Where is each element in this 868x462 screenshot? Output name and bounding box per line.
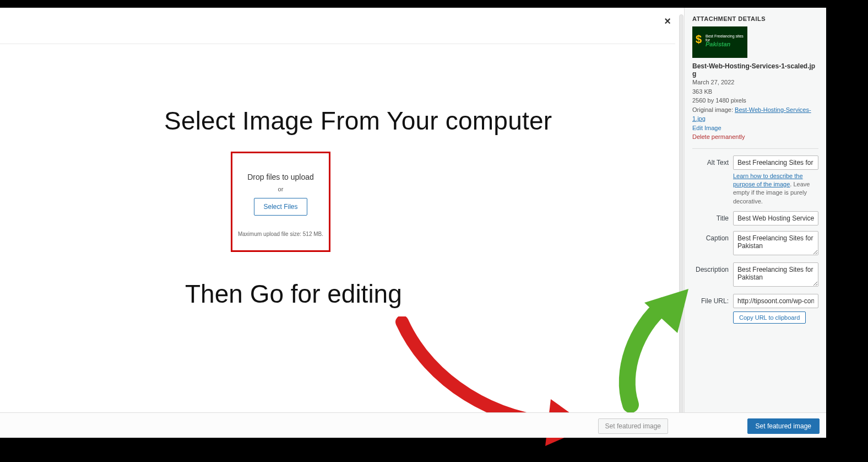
edit-image-link[interactable]: Edit Image (692, 125, 721, 131)
upload-dropzone[interactable]: Drop files to upload or Select Files Max… (231, 152, 330, 252)
divider (692, 148, 818, 149)
instruction-heading-2: Then Go for editing (185, 279, 402, 309)
title-input[interactable] (733, 211, 818, 225)
caption-row: Caption Best Freelancing Sites for Pakis… (692, 231, 818, 257)
copy-url-button[interactable]: Copy URL to clipboard (733, 311, 806, 324)
title-row: Title (692, 211, 818, 225)
alt-text-row: Alt Text Learn how to describe the purpo… (692, 155, 818, 206)
modal-footer: Set featured image Set featured image (0, 412, 826, 438)
media-modal: × Select Image From Your computer Drop f… (0, 8, 826, 438)
file-url-label: File URL: (692, 294, 733, 306)
original-image-label: Original image: (692, 106, 735, 113)
thumb-text-2: Pakistan (706, 41, 730, 47)
description-label: Description (692, 262, 733, 275)
file-size: 363 KB (692, 87, 818, 96)
title-label: Title (692, 211, 733, 225)
caption-label: Caption (692, 231, 733, 243)
or-text: or (278, 186, 284, 192)
set-featured-image-button[interactable]: Set featured image (747, 418, 820, 434)
file-url-input[interactable] (733, 294, 818, 308)
attachment-thumbnail[interactable]: $ Best Freelancing sites for Pakistan (692, 26, 747, 58)
description-input[interactable]: Best Freelancing Sites for Pakistan (733, 262, 818, 287)
close-icon[interactable]: × (664, 15, 671, 28)
drop-files-text: Drop files to upload (247, 173, 314, 181)
instruction-heading-1: Select Image From Your computer (164, 106, 552, 136)
delete-permanently-link[interactable]: Delete permanently (692, 133, 745, 140)
upload-date: March 27, 2022 (692, 78, 818, 87)
original-image-row: Original image: Best-Web-Hosting-Service… (692, 105, 818, 123)
set-featured-image-disabled-button[interactable]: Set featured image (598, 418, 668, 434)
file-url-row: File URL: Copy URL to clipboard (692, 294, 818, 324)
attachment-details-sidebar: ATTACHMENT DETAILS $ Best Freelancing si… (684, 8, 826, 438)
image-dimensions: 2560 by 1480 pixels (692, 96, 818, 105)
max-size-text: Maximum upload file size: 512 MB. (238, 231, 323, 237)
alt-text-input[interactable] (733, 155, 818, 170)
main-panel: × Select Image From Your computer Drop f… (0, 8, 675, 438)
thumb-dollar-icon: $ (696, 33, 702, 46)
filename-text: Best-Web-Hosting-Services-1-scaled.jpg (692, 62, 818, 78)
scrollbar-thumb[interactable] (679, 14, 683, 414)
alt-text-label: Alt Text (692, 155, 733, 168)
description-row: Description Best Freelancing Sites for P… (692, 262, 818, 288)
alt-text-help: Learn how to describe the purpose of the… (733, 172, 818, 206)
sidebar-title: ATTACHMENT DETAILS (692, 15, 818, 22)
select-files-button[interactable]: Select Files (254, 198, 307, 216)
caption-input[interactable]: Best Freelancing Sites for Pakistan (733, 231, 818, 255)
